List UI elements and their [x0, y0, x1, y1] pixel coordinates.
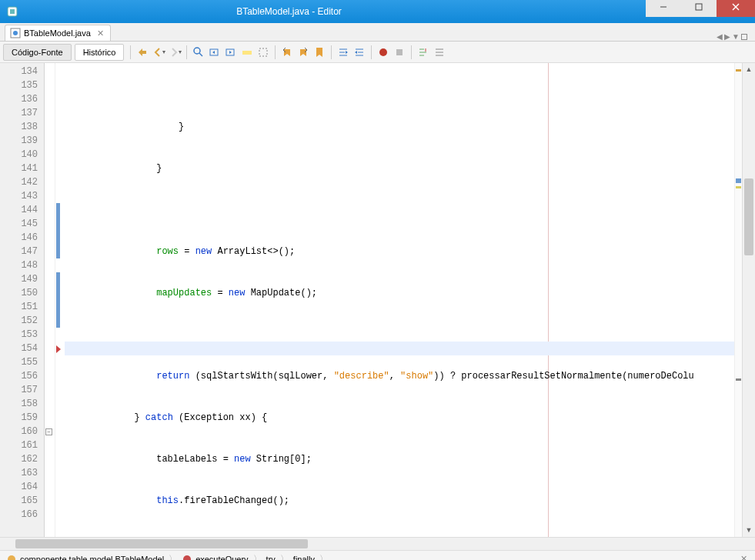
svg-rect-1: [10, 9, 15, 14]
change-marker: [56, 203, 60, 258]
find-next-icon[interactable]: [223, 45, 239, 60]
code-editor[interactable]: } } rows = new ArrayList<>(); mapUpdates…: [65, 63, 755, 537]
toggle-highlight-icon[interactable]: [239, 45, 255, 60]
line-number-gutter[interactable]: 1341351361371381391401411421431441451461…: [0, 63, 45, 537]
next-bookmark-icon[interactable]: [296, 45, 311, 60]
chevron-right-icon: 〉: [280, 553, 289, 560]
svg-rect-3: [696, 4, 702, 10]
uncomment-icon[interactable]: [432, 45, 447, 60]
svg-line-9: [199, 53, 202, 56]
back-icon[interactable]: ▾: [151, 45, 166, 60]
fold-column[interactable]: −: [45, 63, 55, 537]
toggle-bookmark-icon[interactable]: [312, 45, 327, 60]
tab-menu-icon[interactable]: ▼: [732, 32, 740, 41]
fold-toggle-icon[interactable]: −: [45, 428, 52, 435]
overview-mark: [736, 69, 741, 72]
current-line-highlight: [65, 342, 755, 355]
tab-next-icon[interactable]: ▶: [724, 32, 730, 41]
shift-right-icon[interactable]: [352, 45, 367, 60]
svg-point-29: [8, 555, 15, 561]
editor-toolbar: Código-Fonte Histórico ▾ ▾: [0, 42, 755, 63]
app-icon: [6, 5, 18, 18]
breadcrumb-item[interactable]: executeQuery: [179, 554, 251, 561]
file-tab-label: BTableModel.java: [24, 28, 91, 38]
svg-point-20: [379, 48, 387, 56]
marker-column[interactable]: [55, 63, 65, 537]
tab-max-icon[interactable]: [741, 34, 747, 40]
change-marker: [56, 272, 60, 328]
macro-stop-icon[interactable]: [392, 45, 407, 60]
scroll-up-icon[interactable]: ▲: [743, 63, 755, 76]
file-tab-bar: BTableModel.java ✕ ◀ ▶ ▼: [0, 23, 755, 42]
last-edit-icon[interactable]: [135, 45, 150, 60]
forward-icon[interactable]: ▾: [167, 45, 182, 60]
svg-rect-13: [259, 48, 267, 56]
scrollbar-thumb[interactable]: [15, 539, 308, 548]
svg-point-7: [13, 31, 18, 35]
tab-prev-icon[interactable]: ◀: [717, 32, 723, 41]
source-tab[interactable]: Código-Fonte: [3, 44, 72, 61]
breadcrumb-item[interactable]: componente.table.model.BTableModel: [3, 554, 167, 561]
overview-mark: [736, 178, 741, 183]
tab-controls: ◀ ▶ ▼: [717, 32, 750, 41]
overview-mark: [736, 186, 741, 188]
java-file-icon: [10, 28, 21, 38]
title-bar: BTableModel.java - Editor: [0, 0, 755, 23]
history-tab[interactable]: Histórico: [75, 44, 125, 61]
find-selection-icon[interactable]: [191, 45, 206, 60]
prev-bookmark-icon[interactable]: [279, 45, 295, 60]
overview-mark: [736, 378, 741, 381]
overview-ruler[interactable]: [734, 63, 742, 537]
scroll-down-icon[interactable]: ▼: [743, 524, 755, 537]
svg-rect-12: [242, 51, 252, 55]
macro-record-icon[interactable]: [376, 45, 391, 60]
window-title: BTableModel.java - Editor: [25, 6, 646, 17]
horizontal-scrollbar[interactable]: [0, 537, 755, 550]
breadcrumb-bar: componente.table.model.BTableModel 〉 exe…: [0, 550, 755, 560]
minimize-button[interactable]: [646, 0, 681, 17]
breakpoint-marker[interactable]: [56, 345, 61, 353]
comment-icon[interactable]: [416, 45, 431, 60]
breadcrumb-item[interactable]: finally: [290, 555, 318, 561]
close-tab-icon[interactable]: ✕: [97, 28, 104, 38]
maximize-button[interactable]: [681, 0, 717, 17]
breadcrumb-item[interactable]: try: [263, 555, 279, 561]
toggle-rect-select-icon[interactable]: [256, 45, 271, 60]
scrollbar-thumb[interactable]: [744, 178, 753, 255]
shift-left-icon[interactable]: [336, 45, 351, 60]
close-breadcrumb-icon[interactable]: ✕: [740, 554, 752, 560]
chevron-right-icon: 〉: [253, 553, 262, 560]
chevron-right-icon: 〉: [169, 553, 177, 560]
close-button[interactable]: [717, 0, 755, 17]
svg-point-30: [183, 555, 191, 561]
editor-area: 1341351361371381391401411421431441451461…: [0, 63, 755, 537]
find-prev-icon[interactable]: [207, 45, 222, 60]
vertical-scrollbar[interactable]: ▲ ▼: [742, 63, 755, 537]
method-icon: [182, 554, 192, 561]
svg-rect-21: [396, 49, 403, 55]
class-icon: [6, 554, 17, 561]
file-tab[interactable]: BTableModel.java ✕: [5, 25, 111, 41]
svg-point-8: [194, 48, 200, 54]
chevron-right-icon: 〉: [319, 553, 328, 560]
